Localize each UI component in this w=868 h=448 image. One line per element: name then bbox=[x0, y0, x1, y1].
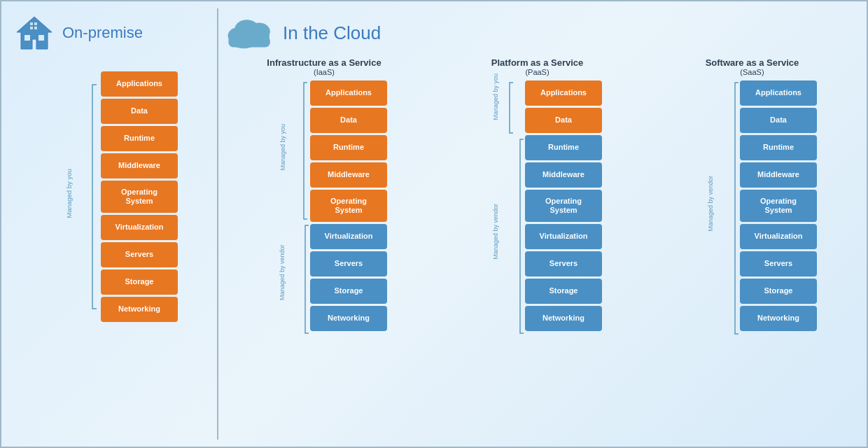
saas-runtime: Runtime bbox=[740, 135, 817, 160]
svg-rect-12 bbox=[228, 36, 270, 48]
paas-servers: Servers bbox=[525, 251, 602, 276]
paas-subtitle: (PaaS) bbox=[491, 68, 584, 76]
paas-virtualization: Virtualization bbox=[525, 224, 602, 249]
saas-storage: Storage bbox=[740, 279, 817, 304]
iaas-networking: Networking bbox=[310, 306, 387, 331]
saas-data: Data bbox=[740, 108, 817, 133]
iaas-managed-vendor-label: Managed by vendor bbox=[279, 258, 286, 300]
iaas-runtime: Runtime bbox=[310, 135, 387, 160]
paas-runtime: Runtime bbox=[525, 135, 602, 160]
iaas-storage: Storage bbox=[310, 279, 387, 304]
paas-brackets: Managed by you Managed by vendor bbox=[472, 80, 525, 335]
paas-vendor-bracket-svg bbox=[518, 137, 525, 335]
saas-brackets: Managed by vendor bbox=[687, 80, 740, 336]
op-stack: Applications Data Runtime Middleware Ope… bbox=[101, 71, 178, 322]
paas-stack: Applications Data Runtime Middleware Ope… bbox=[525, 80, 602, 335]
iaas-subtitle: (IaaS) bbox=[267, 68, 381, 76]
saas-header: Software as a Service (SaaS) bbox=[706, 57, 799, 76]
on-premise-header: On-premise bbox=[15, 15, 210, 50]
op-layer-storage: Storage bbox=[101, 270, 178, 295]
paas-storage: Storage bbox=[525, 279, 602, 304]
iaas-stack: Applications Data Runtime Middleware Ope… bbox=[310, 80, 387, 335]
svg-rect-3 bbox=[30, 22, 33, 25]
iaas-title: Infrastructure as a Service bbox=[267, 57, 381, 68]
saas-stack: Applications Data Runtime Middleware Ope… bbox=[740, 80, 817, 336]
iaas-managed-you-label: Managed by you bbox=[279, 132, 286, 170]
paas-os: OperatingSystem bbox=[525, 190, 602, 222]
cloud-columns: Infrastructure as a Service (IaaS) Manag… bbox=[225, 57, 853, 336]
op-layer-servers: Servers bbox=[101, 242, 178, 267]
saas-stack-area: Managed by vendor Applications Data Runt… bbox=[687, 80, 817, 336]
iaas-virtualization: Virtualization bbox=[310, 224, 387, 249]
paas-vendor-bracket-area: Managed by vendor bbox=[472, 137, 525, 335]
saas-vendor-bracket-svg bbox=[733, 80, 740, 336]
op-layer-data: Data bbox=[101, 99, 178, 124]
saas-servers: Servers bbox=[740, 251, 817, 276]
cloud-panel: In the Cloud Infrastructure as a Service… bbox=[218, 8, 860, 440]
iaas-header: Infrastructure as a Service (IaaS) bbox=[267, 57, 381, 76]
house-icon bbox=[15, 15, 54, 50]
op-layer-runtime: Runtime bbox=[101, 126, 178, 151]
op-stack-area: Managed by you Applications Data Runtime… bbox=[48, 71, 178, 322]
paas-managed-vendor-label: Managed by vendor bbox=[492, 214, 499, 259]
paas-networking: Networking bbox=[525, 306, 602, 331]
op-layer-middleware: Middleware bbox=[101, 153, 178, 178]
op-layer-os: OperatingSystem bbox=[101, 181, 178, 213]
iaas-vendor-bracket-area: Managed by vendor bbox=[261, 223, 310, 335]
saas-vendor-bracket-area: Managed by vendor bbox=[687, 80, 740, 336]
saas-column: Software as a Service (SaaS) Managed by … bbox=[687, 57, 817, 336]
iaas-servers: Servers bbox=[310, 251, 387, 276]
iaas-you-bracket-area: Managed by you bbox=[263, 80, 309, 221]
iaas-you-bracket-svg bbox=[302, 80, 309, 221]
paas-header: Platform as a Service (PaaS) bbox=[491, 57, 584, 76]
on-premise-title: On-premise bbox=[62, 24, 143, 42]
op-layer-applications: Applications bbox=[101, 71, 178, 97]
paas-stack-area: Managed by you Managed by vendor bbox=[472, 80, 602, 335]
saas-middleware: Middleware bbox=[740, 162, 817, 188]
svg-rect-1 bbox=[24, 35, 30, 41]
svg-marker-0 bbox=[17, 17, 52, 49]
svg-rect-5 bbox=[30, 27, 33, 29]
iaas-data: Data bbox=[310, 108, 387, 133]
cloud-main-title: In the Cloud bbox=[283, 22, 381, 44]
op-bracket-you: Managed by you bbox=[48, 81, 98, 312]
iaas-column: Infrastructure as a Service (IaaS) Manag… bbox=[261, 57, 387, 335]
op-bracket-svg bbox=[90, 81, 98, 312]
paas-data: Data bbox=[525, 108, 602, 133]
svg-rect-4 bbox=[34, 22, 37, 25]
saas-title: Software as a Service bbox=[706, 57, 799, 68]
paas-middleware: Middleware bbox=[525, 162, 602, 188]
op-layer-virtualization: Virtualization bbox=[101, 215, 178, 240]
saas-managed-vendor-label: Managed by vendor bbox=[707, 186, 714, 231]
iaas-vendor-bracket-svg bbox=[303, 223, 310, 335]
on-premise-panel: On-premise Managed by you Applications D… bbox=[8, 8, 218, 440]
paas-column: Platform as a Service (PaaS) Managed by … bbox=[472, 57, 602, 335]
paas-applications: Applications bbox=[525, 80, 602, 106]
svg-rect-2 bbox=[38, 35, 44, 41]
op-layer-networking: Networking bbox=[101, 297, 178, 322]
iaas-middleware: Middleware bbox=[310, 162, 387, 188]
cloud-header: In the Cloud bbox=[225, 15, 853, 50]
op-managed-you-label: Managed by you bbox=[65, 176, 73, 218]
saas-os: OperatingSystem bbox=[740, 190, 817, 222]
paas-title: Platform as a Service bbox=[491, 57, 584, 68]
iaas-applications: Applications bbox=[310, 80, 387, 106]
saas-virtualization: Virtualization bbox=[740, 224, 817, 249]
saas-subtitle: (SaaS) bbox=[706, 68, 799, 76]
saas-networking: Networking bbox=[740, 306, 817, 331]
paas-you-bracket-area: Managed by you bbox=[483, 80, 514, 135]
iaas-brackets: Managed by you Managed by vendor bbox=[261, 80, 310, 335]
cloud-icon bbox=[225, 15, 274, 50]
paas-you-bracket-svg bbox=[507, 80, 514, 135]
iaas-stack-area: Managed by you Managed by vendor bbox=[261, 80, 387, 335]
main-container: On-premise Managed by you Applications D… bbox=[1, 1, 867, 447]
iaas-os: OperatingSystem bbox=[310, 190, 387, 222]
saas-applications: Applications bbox=[740, 80, 817, 106]
paas-managed-you-label: Managed by you bbox=[492, 96, 499, 120]
svg-rect-6 bbox=[34, 27, 37, 29]
